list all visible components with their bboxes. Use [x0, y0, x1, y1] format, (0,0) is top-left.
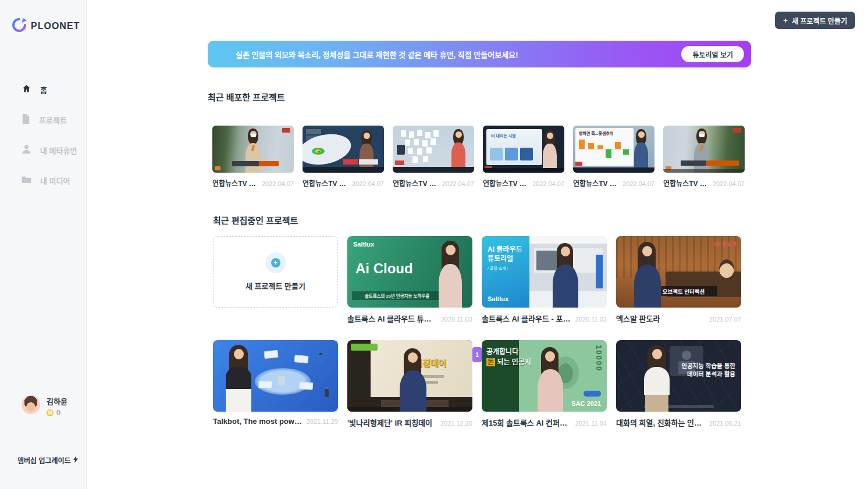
home-icon: [22, 84, 31, 96]
project-thumbnail[interactable]: [303, 126, 384, 173]
avatar-character: [719, 259, 734, 278]
user-profile[interactable]: 김하윤 C 0: [22, 395, 67, 417]
caption-chip: [306, 135, 326, 140]
project-title: Talkbot, The most powerful..: [213, 417, 303, 426]
sidebar-item-label: 내 미디어: [40, 175, 70, 186]
new-project-card[interactable]: + 새 프로젝트 만들기: [213, 236, 338, 308]
logo-text: PLOONET: [31, 21, 80, 31]
project-date: 2021.11.04: [572, 420, 607, 427]
broadcast-badge: [733, 128, 741, 133]
project-title: 엑스알 판도라: [616, 313, 660, 324]
project-thumbnail[interactable]: AI 클라우드 튜토리얼 / 포털 소개 / Saltlux: [482, 236, 607, 308]
project-thumbnail[interactable]: 비 내리는 시점: [483, 126, 564, 173]
program-badge: [351, 344, 378, 351]
notification-badge[interactable]: 1: [472, 347, 482, 362]
project-title: 솔트룩스 AI 클라우드 튜토리얼: [347, 313, 437, 324]
project-title: 연합뉴스TV 출발: [663, 178, 709, 188]
project-date: 2022.04.07: [709, 180, 745, 187]
project-date: 2021.07.07: [706, 316, 741, 323]
bar: [588, 143, 594, 149]
avatar: [22, 395, 40, 414]
presenter-figure: [535, 347, 565, 412]
editing-project-card: IR 피칭데이 1 '빛나리형제단' IR 피칭데이 2021.12.20: [347, 340, 472, 428]
deployed-project-item: 연합뉴스TV 출발 2022.04.07: [393, 126, 474, 188]
project-date: 2020.11.03: [437, 316, 472, 323]
logo[interactable]: PLOONET: [12, 17, 80, 35]
project-thumbnail[interactable]: 인공지능 학습을 통한 데이터 분석과 활용: [616, 340, 741, 412]
sidebar-item-home[interactable]: 홈: [0, 74, 86, 105]
project-thumbnail[interactable]: [663, 126, 745, 173]
coin-icon: C: [47, 409, 54, 416]
presenter-figure: [397, 348, 429, 412]
sidebar-item-media[interactable]: 내 미디어: [0, 165, 86, 195]
online-pill: [584, 391, 601, 397]
editing-project-card: XR 판도라 오브젝트 인터랙션 엑스알 판도라 2021.07.07: [616, 236, 741, 324]
project-title: 연합뉴스TV 출발: [393, 178, 439, 188]
weather-icon-grid: [401, 130, 406, 137]
person-icon: [22, 144, 31, 156]
project-title: 연합뉴스TV 출발: [212, 178, 258, 188]
sidebar-item-metahuman[interactable]: 내 메타휴먼: [0, 135, 86, 165]
caption-bar: [343, 159, 358, 165]
headline-rest: 되는 인공지: [497, 358, 531, 366]
project-thumbnail[interactable]: 10000 공개합니다 돈 되는 인공지 000 SAC 2021: [482, 340, 607, 412]
thumb-clip: IR 피칭데이: [347, 340, 472, 412]
project-thumbnail[interactable]: [393, 126, 474, 173]
chart-title: 영하권 뚝...꽃샘추위: [579, 130, 613, 136]
caption-line2: 데이터 분석과 활용: [687, 369, 735, 378]
bar: [606, 149, 611, 158]
headline-line1: 공개합니다: [486, 346, 518, 356]
tiny-person: [319, 355, 323, 363]
presenter-figure: [541, 130, 558, 170]
headline-line2: 돈 되는 인공지: [486, 356, 531, 366]
panel-heading: 튜토리얼: [488, 253, 513, 263]
deployed-project-item: 연합뉴스TV 출발 2022.04.07: [212, 126, 294, 188]
logo-badge: [395, 160, 404, 165]
banknote-number: 10000: [595, 345, 603, 372]
deployed-section-title: 최근 배포한 프로젝트: [208, 91, 285, 103]
headline-text: Ai Cloud: [355, 260, 413, 277]
editing-project-card: Talkbot, The most powerful.. 2021.11.29: [213, 340, 338, 428]
tutorial-button[interactable]: 튜토리얼 보기: [681, 46, 744, 62]
new-project-card-label: 새 프로젝트 만들기: [246, 280, 305, 291]
editing-project-card: 10000 공개합니다 돈 되는 인공지 000 SAC 2021 제15회 솔…: [482, 340, 607, 428]
logo-swirl-icon: [12, 17, 27, 35]
presenter-figure: [450, 129, 467, 167]
info-box: [505, 148, 518, 160]
monitor: [294, 355, 308, 363]
project-date: 2022.04.07: [348, 180, 384, 187]
editing-project-row: Talkbot, The most powerful.. 2021.11.29 …: [213, 340, 741, 428]
logo-badge: [575, 162, 582, 166]
membership-label: 멤버십 업그레이드: [17, 455, 71, 465]
news-ticker: [573, 167, 654, 173]
info-box: [520, 148, 533, 160]
sidebar: PLOONET 홈 프로젝트 내 메타휴먼: [0, 0, 87, 489]
deployed-project-item: 영하권 뚝...꽃샘추위 연합뉴스TV 출발 2022.04.07: [573, 126, 654, 188]
bar: [579, 140, 585, 149]
deployed-project-item: 연합뉴스TV 출발 2022.04.07: [663, 126, 745, 188]
project-thumbnail[interactable]: 영하권 뚝...꽃샘추위: [573, 126, 654, 173]
project-thumbnail[interactable]: [212, 126, 294, 173]
project-title: 제15회 솔트룩스 AI 컨퍼런스: [482, 417, 572, 428]
project-thumbnail[interactable]: [213, 340, 338, 412]
logo-badge: [215, 166, 220, 170]
project-thumbnail[interactable]: IR 피칭데이 1: [347, 340, 472, 412]
brand-text: Saltlux: [488, 295, 508, 302]
sidebar-item-projects[interactable]: 프로젝트: [0, 105, 86, 135]
website-sidebar: [596, 255, 603, 288]
credit-count: 0: [56, 409, 61, 417]
project-title: 대화의 희열, 진화하는 인공지능: [616, 417, 706, 428]
bar: [623, 149, 629, 155]
zeros-text: 000: [484, 396, 508, 409]
project-title: '빛나리형제단' IR 피칭데이: [347, 417, 432, 428]
project-title: 솔트룩스 AI 클라우드 - 포털소개: [482, 313, 572, 324]
membership-upgrade-link[interactable]: 멤버십 업그레이드: [17, 455, 79, 465]
banner-message: 실존 인물의 외모와 목소리, 정체성을 그대로 재현한 것 같은 메타 휴먼,…: [236, 41, 518, 67]
project-thumbnail[interactable]: XR 판도라 오브젝트 인터랙션: [616, 236, 741, 308]
promo-banner: 실존 인물의 외모와 목소리, 정체성을 그대로 재현한 것 같은 메타 휴먼,…: [208, 41, 751, 67]
deployed-project-item: 비 내리는 시점 연합뉴스TV 출발 2022.04.07: [483, 126, 564, 188]
presenter-figure: [632, 129, 650, 169]
project-thumbnail[interactable]: Saltlux Ai Cloud 솔트룩스의 20년 인공지능 노하우를: [347, 236, 472, 308]
new-project-button[interactable]: + 새 프로젝트 만들기: [775, 12, 855, 29]
caption-text: 솔트룩스의 20년 인공지능 노하우를: [365, 292, 429, 299]
